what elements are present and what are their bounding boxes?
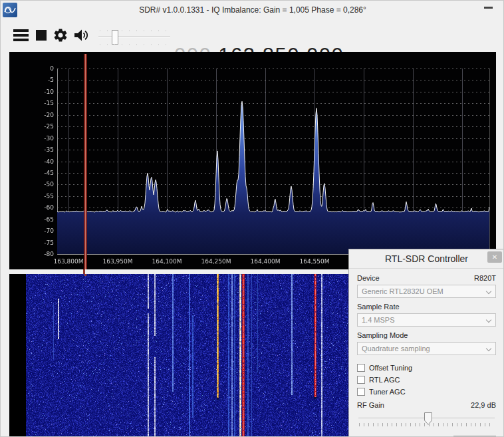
- sampling-mode-label: Sampling Mode: [357, 331, 408, 339]
- rf-gain-value: 22,9 dB: [471, 401, 496, 409]
- sampling-mode-value: Quadrature sampling: [362, 345, 430, 353]
- sampling-mode-select[interactable]: Quadrature sampling: [357, 342, 496, 355]
- window-title: SDR# v1.0.0.1331 - IQ Imbalance: Gain = …: [1, 1, 504, 19]
- tuner-agc-checkbox[interactable]: Tuner AGC: [357, 386, 496, 398]
- chevron-down-icon: [486, 346, 491, 351]
- minimize-button[interactable]: [484, 7, 493, 9]
- volume-ticks: [100, 30, 169, 31]
- toolbar: 000.163.850.000: [1, 19, 504, 51]
- titlebar: SDR# v1.0.0.1331 - IQ Imbalance: Gain = …: [1, 1, 504, 19]
- offset-tuning-label: Offset Tuning: [369, 364, 412, 372]
- sample-rate-select[interactable]: 1.4 MSPS: [357, 313, 496, 327]
- device-select[interactable]: Generic RTL2832U OEM: [357, 285, 496, 298]
- panel-title: RTL-SDR Controller: [349, 249, 504, 269]
- volume-slider[interactable]: [97, 19, 172, 51]
- device-select-value: Generic RTL2832U OEM: [362, 287, 443, 295]
- device-label: Device: [357, 274, 380, 282]
- chevron-down-icon: [486, 317, 491, 323]
- rtl-agc-checkbox[interactable]: RTL AGC: [357, 374, 496, 386]
- offset-tuning-checkbox[interactable]: Offset Tuning: [357, 362, 496, 374]
- tuning-line-marker: [83, 269, 85, 274]
- panel-header: RTL-SDR Controller ✕: [349, 249, 504, 269]
- rf-gain-label: RF Gain: [357, 401, 384, 409]
- hamburger-menu-icon[interactable]: [12, 19, 29, 51]
- spectrum-canvas[interactable]: [9, 52, 496, 269]
- rtl-sdr-controller-panel: RTL-SDR Controller ✕ Device R820T Generi…: [348, 249, 504, 437]
- panel-body: Device R820T Generic RTL2832U OEM Sample…: [349, 269, 504, 437]
- rf-gain-slider[interactable]: [357, 412, 496, 428]
- volume-ticks: [100, 44, 169, 45]
- checkbox-icon[interactable]: [357, 364, 365, 372]
- close-icon[interactable]: ✕: [487, 251, 502, 263]
- settings-gear-icon[interactable]: [51, 19, 70, 51]
- sample-rate-label: Sample Rate: [357, 303, 400, 311]
- stop-button[interactable]: [33, 19, 49, 51]
- device-chip-label: R820T: [474, 274, 496, 282]
- volume-thumb[interactable]: [112, 30, 118, 45]
- checkbox-icon[interactable]: [357, 376, 365, 384]
- speaker-icon[interactable]: [71, 19, 91, 51]
- rf-gain-ticks: [359, 423, 494, 426]
- volume-track: [98, 37, 170, 38]
- rtl-agc-label: RTL AGC: [369, 376, 400, 384]
- sample-rate-value: 1.4 MSPS: [362, 316, 395, 324]
- chevron-down-icon: [486, 289, 491, 294]
- tuner-agc-label: Tuner AGC: [369, 388, 406, 396]
- app-window: SDR# v1.0.0.1331 - IQ Imbalance: Gain = …: [0, 0, 504, 437]
- checkbox-icon[interactable]: [357, 388, 365, 396]
